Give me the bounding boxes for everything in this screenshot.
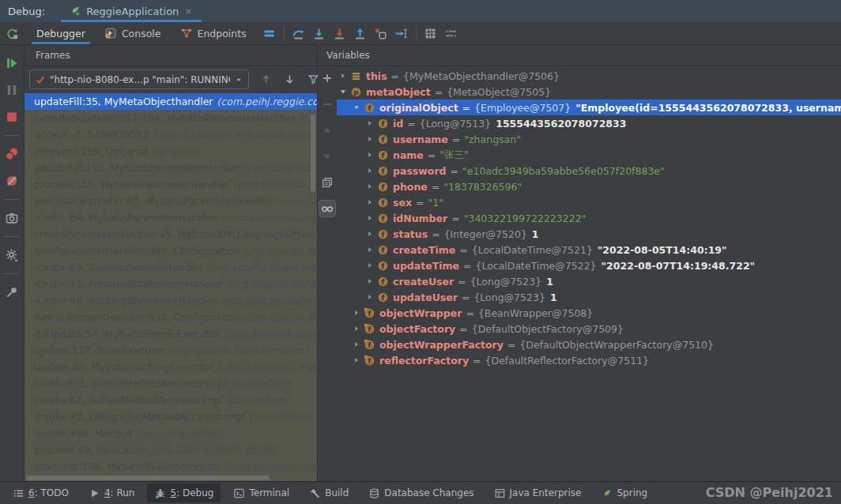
move-watch-down-button[interactable] [319, 148, 336, 165]
expand-toggle[interactable] [364, 293, 375, 301]
layout-settings-button[interactable] [441, 24, 462, 43]
toolwindow-button-run[interactable]: 4: Run [81, 483, 142, 502]
expand-toggle[interactable] [350, 340, 362, 348]
expand-toggle[interactable] [364, 261, 375, 269]
frame-row[interactable]: accept:-1, 1438838512(com.baomidou.mybat… [25, 126, 317, 143]
expand-toggle[interactable] [364, 135, 375, 143]
toolwindow-button-database-changes[interactable]: Database Changes [361, 483, 481, 502]
move-watch-up-button[interactable] [319, 122, 336, 139]
variable-row-updateUser[interactable]: fupdateUser={Long@7523}1 [337, 289, 841, 305]
frame-row[interactable]: createParameterHandler:45, MybatisXMLLan… [25, 226, 317, 243]
pin-tab-button[interactable] [2, 282, 22, 303]
variable-row-createTime[interactable]: fcreateTime={LocalDateTime@7521}"2022-08… [337, 242, 841, 258]
frames-horizontal-scrollbar[interactable] [26, 476, 270, 480]
thread-dump-button[interactable] [2, 208, 22, 228]
frame-row[interactable]: updateFill:152, MybatisParameterHandler(… [25, 160, 317, 176]
previous-frame-button[interactable] [257, 71, 274, 88]
expand-toggle[interactable] [364, 182, 375, 190]
frame-row[interactable]: <init>:41, PreparedStatementHandler(org.… [25, 276, 317, 292]
frame-row[interactable]: proceed:49, Invocation(org.apache.ibatis… [25, 442, 317, 458]
frame-row[interactable]: update:85, MybatisCachingExecutor(com.ba… [25, 359, 317, 375]
variable-row-id[interactable]: fid={Long@7513}1555443562078072833 [337, 115, 841, 131]
expand-toggle[interactable] [364, 230, 375, 238]
frame-row[interactable]: <init>:46, RoutingStatementHandler(org.a… [25, 292, 317, 309]
frame-row[interactable]: update:117, BaseExecutor(org.apache.ibat… [25, 342, 317, 359]
expand-toggle[interactable] [337, 72, 349, 80]
toolwindow-button-terminal[interactable]: Terminal [226, 483, 296, 502]
rerun-debugger-button[interactable] [0, 22, 24, 44]
stop-program-button[interactable] [2, 107, 22, 127]
frame-row[interactable]: ifPresent:159, Optional(java.util) [25, 143, 317, 160]
close-icon[interactable] [183, 6, 194, 17]
frame-row[interactable]: <init>:69, BaseStatementHandler(org.apac… [25, 259, 317, 276]
step-out-button[interactable] [350, 24, 371, 43]
variable-row-objectWrapperFactory[interactable]: fobjectWrapperFactory={DefaultObjectWrap… [337, 337, 841, 352]
variable-row-metaObject[interactable]: pmetaObject={MetaObject@7505} [337, 84, 841, 100]
frame-row[interactable]: invoke:498, Method(java.lang.reflect) [25, 425, 317, 442]
new-watch-button[interactable] [319, 70, 336, 87]
frame-row[interactable]: invoke0:-1, NativeMethodAccessorImpl(sun… [25, 375, 317, 392]
variable-row-this[interactable]: this={MyMetaObjecthandler@7506} [337, 68, 841, 84]
thread-selector-dropdown[interactable]: "http-nio-8080-ex...p "main": RUNNING [29, 70, 249, 89]
evaluate-expression-button[interactable] [420, 24, 441, 43]
variable-row-username[interactable]: fusername="zhangsan" [337, 131, 841, 147]
step-over-button[interactable] [289, 24, 309, 43]
expand-toggle[interactable] [364, 167, 375, 175]
toolwindow-button-java-enterprise[interactable]: Java Enterprise [487, 483, 589, 502]
run-to-cursor-button[interactable] [391, 24, 412, 43]
toolwindow-button-build[interactable]: Build [302, 483, 356, 502]
frame-row[interactable]: lambda$updateFill$1:154, MybatisParamete… [25, 110, 317, 126]
toolwindow-button-todo[interactable]: 6: TODO [6, 483, 76, 502]
view-breakpoints-button[interactable] [2, 144, 22, 164]
frame-row[interactable]: <init>:64, MybatisParameterHandler(com.b… [25, 209, 317, 226]
debugger-settings-button[interactable] [2, 245, 22, 265]
resume-program-button[interactable] [2, 53, 22, 73]
variable-row-status[interactable]: fstatus={Integer@7520}1 [337, 226, 841, 242]
expand-toggle[interactable] [364, 198, 375, 206]
frame-row[interactable]: invoke:43, DelegatingMethodAccessorImpl(… [25, 408, 317, 425]
frame-row[interactable]: process:115, MybatisParameterHandler(com… [25, 176, 317, 193]
frame-row[interactable]: intercept:106, MybatisPlusInterceptor(co… [25, 458, 317, 475]
tab-console[interactable]: Console [95, 22, 171, 44]
expand-toggle[interactable] [364, 246, 375, 254]
variable-row-password[interactable]: fpassword="e10adc3949ba59abbe56e057f20f8… [337, 163, 841, 179]
force-step-into-button[interactable] [330, 24, 350, 43]
tab-endpoints[interactable]: Endpoints [171, 22, 256, 44]
frames-vertical-scrollbar[interactable] [311, 115, 315, 192]
expand-toggle[interactable] [364, 277, 375, 285]
expand-toggle[interactable] [350, 356, 362, 364]
variable-row-originalObject[interactable]: foriginalObject={Employee@7507}"Employee… [337, 100, 841, 115]
tab-debugger[interactable]: Debugger [27, 22, 95, 44]
mute-breakpoints-button[interactable] [2, 171, 22, 191]
next-frame-button[interactable] [281, 71, 298, 88]
remove-watch-button[interactable] [319, 96, 336, 113]
frame-row[interactable]: newParameterHandler:645, Configuration(o… [25, 243, 317, 259]
pause-program-button[interactable] [2, 80, 22, 100]
variable-row-phone[interactable]: fphone="18378326596" [337, 179, 841, 194]
frame-row[interactable]: invoke:62, NativeMethodAccessorImpl(sun.… [25, 392, 317, 408]
variable-row-idNumber[interactable]: fidNumber="340322199722223222" [337, 210, 841, 226]
step-into-button[interactable] [309, 24, 330, 43]
variable-row-objectFactory[interactable]: fobjectFactory={DefaultObjectFactory@750… [337, 321, 841, 337]
frame-row[interactable]: doUpdate:54, MybatisSimpleExecutor(com.b… [25, 325, 317, 342]
expand-toggle[interactable] [350, 103, 362, 111]
variable-row-objectWrapper[interactable]: fobjectWrapper={BeanWrapper@7508} [337, 305, 841, 321]
variable-row-updateTime[interactable]: fupdateTime={LocalDateTime@7522}"2022-08… [337, 258, 841, 273]
expand-toggle[interactable] [364, 214, 375, 222]
variable-row-reflectorFactory[interactable]: freflectorFactory={DefaultReflectorFacto… [337, 352, 841, 368]
threads-menu-button[interactable] [259, 24, 280, 43]
duplicate-watch-button[interactable] [319, 174, 336, 191]
toolwindow-button-debug[interactable]: 5: Debug [147, 483, 221, 502]
variable-row-name[interactable]: fname="张三" [337, 147, 841, 163]
frame-row[interactable]: processParameter:81, MybatisParameterHan… [25, 193, 317, 209]
frame-row[interactable]: newStatementHandler:658, Configuration(o… [25, 309, 317, 325]
session-tab-reggieapplication[interactable]: ReggieApplication [61, 0, 202, 22]
expand-toggle[interactable] [350, 309, 362, 317]
toolwindow-button-spring[interactable]: Spring [594, 483, 654, 502]
frame-row[interactable]: updateFill:35, MyMetaObjecthandler(com.p… [25, 93, 317, 110]
show-watches-button[interactable] [319, 200, 336, 217]
expand-toggle[interactable] [337, 88, 349, 96]
expand-toggle[interactable] [364, 119, 375, 127]
variable-row-sex[interactable]: fsex="1" [337, 194, 841, 210]
variable-row-createUser[interactable]: fcreateUser={Long@7523}1 [337, 273, 841, 289]
